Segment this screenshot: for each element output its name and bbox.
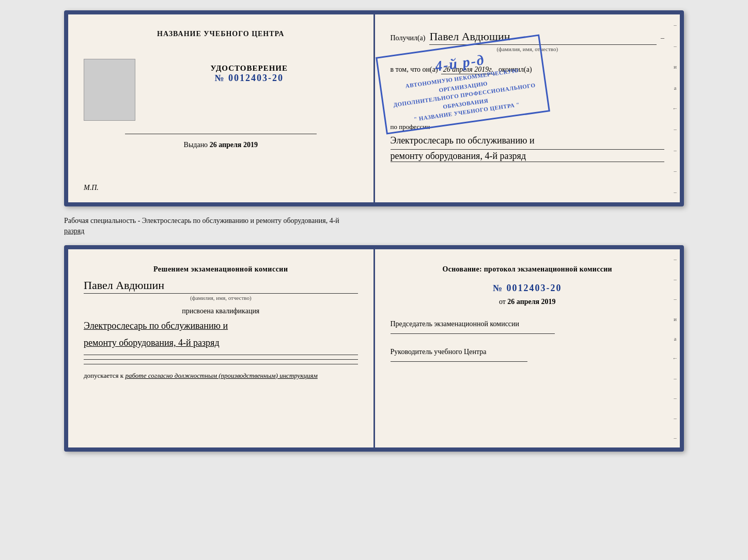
poluchil-section: Получил(а) Павел Авдюшин – (фамилия, имя…: [391, 30, 665, 52]
bot-line1: [84, 355, 358, 355]
side-decorations: – – и а ← – – – –: [671, 14, 680, 202]
top-right-panel: Получил(а) Павел Авдюшин – (фамилия, имя…: [375, 14, 680, 202]
udost-section: УДОСТОВЕРЕНИЕ № 0012403-20: [211, 64, 288, 84]
dopusk-value: работе согласно должностным (производств…: [125, 372, 317, 379]
osnov-number: № 0012403-20: [391, 283, 665, 294]
bot-dopusk-section: допускается к работе согласно должностны…: [84, 372, 358, 380]
ot-section: от 26 апреля 2019: [391, 298, 665, 306]
vtom-prefix: в том, что он(а): [391, 66, 438, 74]
vydano-section: Выдано 26 апреля 2019: [184, 141, 258, 149]
bot-prisvoena: присвоена квалификация: [84, 307, 358, 315]
dopusk-label: допускается к: [84, 372, 123, 379]
separator-line2: разряд: [64, 226, 684, 236]
osnov-label: Основание: протокол экзаменационной коми…: [391, 264, 665, 275]
fio-label: (фамилия, имя, отчество): [391, 46, 665, 52]
ot-date: 26 апреля 2019: [507, 298, 555, 306]
predsed-label: Председатель экзаменационной комиссии: [391, 318, 665, 329]
stamp-center: " НАЗВАНИЕ УЧЕБНОГО ЦЕНТРА ": [393, 98, 540, 126]
mp-label: М.П.: [84, 184, 99, 192]
vtom-date: 26 апреля 2019г.: [441, 66, 495, 74]
vydano-label: Выдано: [184, 141, 208, 149]
vtom-section: в том, что он(а) 26 апреля 2019г. окончи…: [391, 66, 665, 74]
bottom-document: Решением экзаменационной комиссии Павел …: [64, 245, 684, 452]
ruk-label: Руководитель учебного Центра: [391, 346, 665, 357]
profession-section: по профессии Электрослесарь по обслужива…: [391, 123, 665, 162]
bot-fio-label: (фамилия, имя, отчество): [84, 295, 358, 301]
predsed-sig-line: [391, 333, 555, 334]
profession-value: Электрослесарь по обслуживанию и: [391, 133, 665, 150]
poluchil-row: Получил(а) Павел Авдюшин –: [391, 30, 665, 45]
profession-value2: ремонту оборудования, 4-й разряд: [391, 151, 665, 162]
bottom-left-panel: Решением экзаменационной комиссии Павел …: [68, 249, 375, 447]
separator-text: Рабочая специальность - Электрослесарь п…: [64, 216, 684, 236]
vydano-date: 26 апреля 2019: [210, 141, 258, 149]
stamp-line2: ДОПОЛНИТЕЛЬНОГО ПРОФЕССИОНАЛЬНОГО ОБРАЗО…: [391, 81, 539, 118]
top-left-content: НАЗВАНИЕ УЧЕБНОГО ЦЕНТРА УДОСТОВЕРЕНИЕ №…: [84, 30, 358, 179]
bot-side-decorations: – – – и а ← – – – –: [671, 249, 680, 447]
profession-label: по профессии: [391, 123, 665, 131]
photo-placeholder: [84, 59, 135, 121]
top-left-title: НАЗВАНИЕ УЧЕБНОГО ЦЕНТРА: [157, 30, 284, 38]
bot-line3: [84, 364, 358, 364]
signature-line: [125, 134, 317, 134]
separator-line1: Рабочая специальность - Электрослесарь п…: [64, 216, 684, 226]
bot-qualification1: Электрослесарь по обслуживанию и: [84, 318, 358, 333]
bottom-right-panel: Основание: протокол экзаменационной коми…: [375, 249, 680, 447]
udost-label: УДОСТОВЕРЕНИЕ: [211, 64, 288, 73]
udost-number: № 0012403-20: [211, 73, 288, 84]
top-left-panel: НАЗВАНИЕ УЧЕБНОГО ЦЕНТРА УДОСТОВЕРЕНИЕ №…: [68, 14, 375, 202]
top-document: НАЗВАНИЕ УЧЕБНОГО ЦЕНТРА УДОСТОВЕРЕНИЕ №…: [64, 10, 684, 206]
bot-line2: [84, 359, 358, 360]
bot-qualification2: ремонту оборудования, 4-й разряд: [84, 335, 358, 350]
ruk-sig-line: [391, 361, 527, 362]
bot-left-title: Решением экзаменационной комиссии: [84, 264, 358, 275]
dash: –: [661, 34, 664, 42]
ot-label: от: [499, 298, 506, 306]
poluchil-label: Получил(а): [391, 34, 426, 42]
bot-name: Павел Авдюшин: [84, 279, 358, 294]
vtom-suffix: окончил(а): [498, 66, 532, 74]
recipient-name: Павел Авдюшин: [429, 30, 657, 45]
